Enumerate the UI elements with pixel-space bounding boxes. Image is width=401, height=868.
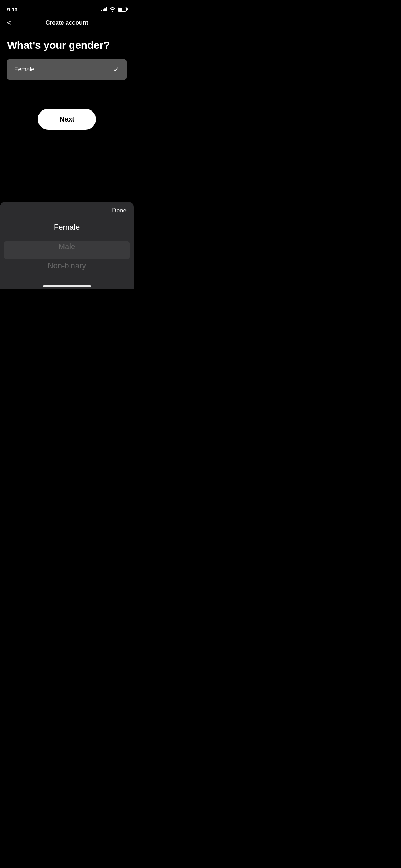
- picker-body: Female Male Non-binary: [0, 218, 134, 283]
- status-bar: 9:13: [0, 0, 134, 16]
- gender-selector[interactable]: Female ✓: [7, 59, 127, 80]
- next-button-container: Next: [7, 109, 127, 130]
- checkmark-icon: ✓: [113, 65, 119, 74]
- signal-icon: [101, 7, 107, 11]
- picker-overlay: Done Female Male Non-binary: [0, 202, 134, 289]
- next-button[interactable]: Next: [38, 109, 96, 130]
- picker-item-male[interactable]: Male: [0, 237, 134, 256]
- picker-items: Female Male Non-binary: [0, 218, 134, 275]
- picker-item-nonbinary[interactable]: Non-binary: [0, 256, 134, 275]
- status-time: 9:13: [7, 6, 17, 12]
- page-header: < Create account: [0, 16, 134, 32]
- picker-header: Done: [0, 202, 134, 218]
- gender-value: Female: [14, 66, 35, 73]
- home-indicator: [0, 283, 134, 289]
- status-icons: [101, 7, 127, 12]
- battery-icon: [118, 7, 127, 12]
- header-title: Create account: [45, 19, 88, 26]
- question-title: What's your gender?: [7, 39, 127, 52]
- wifi-icon: [109, 7, 115, 12]
- picker-item-female[interactable]: Female: [0, 218, 134, 237]
- home-bar: [43, 285, 91, 287]
- back-button[interactable]: <: [7, 19, 12, 27]
- done-button[interactable]: Done: [112, 207, 127, 214]
- main-content: What's your gender? Female ✓ Next: [0, 32, 134, 130]
